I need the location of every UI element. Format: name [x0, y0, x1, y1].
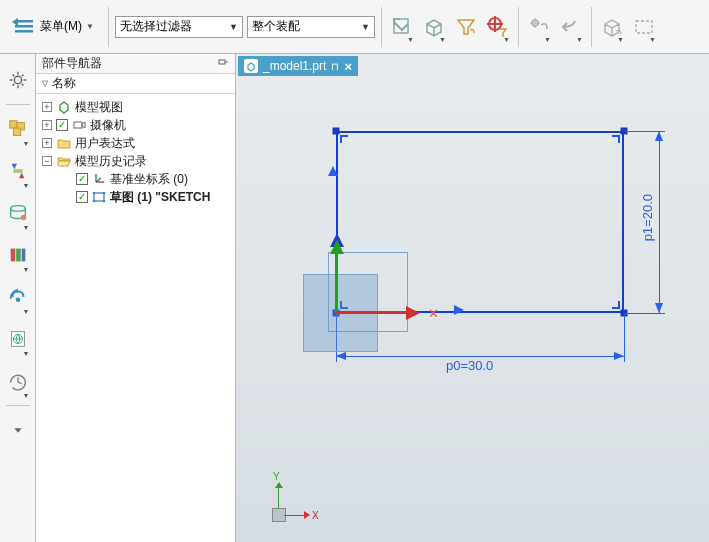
more-button[interactable] — [3, 410, 33, 450]
column-name-label: 名称 — [52, 75, 76, 92]
expand-toggle[interactable]: + — [42, 138, 52, 148]
strip-divider — [6, 104, 30, 105]
wireframe-cube-button[interactable]: ▼ — [598, 7, 626, 47]
sketch-vertex[interactable] — [333, 128, 340, 135]
pin-icon[interactable] — [217, 56, 229, 71]
selection-rect-button[interactable]: ▼ — [630, 7, 658, 47]
caret-down-icon: ▼ — [23, 182, 30, 189]
caret-down-icon: ▼ — [649, 36, 656, 43]
close-icon[interactable]: × — [344, 59, 352, 74]
checkbox[interactable]: ✓ — [56, 119, 68, 131]
caret-down-icon: ▼ — [503, 36, 510, 43]
file-tab[interactable]: _model1.prt ⊓ × — [238, 56, 358, 76]
tree-label: 用户表达式 — [75, 135, 135, 152]
tree-label: 摄像机 — [90, 117, 126, 134]
filter-funnel-button[interactable] — [452, 7, 480, 47]
filter-crosshair-button[interactable]: ▼ — [484, 7, 512, 47]
dimension-arrow-icon — [614, 352, 624, 360]
hd3d-button[interactable]: ▼ — [3, 277, 33, 317]
undo-button[interactable]: ▼ — [557, 7, 585, 47]
dimension-arrow-icon — [655, 131, 663, 141]
tree-row-sketch[interactable]: ✓ 草图 (1) "SKETCH — [36, 188, 235, 206]
dimension-text-p0[interactable]: p0=30.0 — [446, 358, 493, 373]
caret-down-icon: ▼ — [86, 22, 94, 31]
dimension-arrow-icon — [655, 303, 663, 313]
triad-x-label: X — [312, 510, 319, 521]
filter-dropdown[interactable]: 无选择过滤器 ▼ — [115, 16, 243, 38]
tree-label: 基准坐标系 (0) — [110, 171, 188, 188]
toolbar-divider — [381, 7, 382, 47]
triad-y-arrow — [275, 482, 283, 488]
datum-csys-icon — [91, 171, 107, 187]
menu-label: 菜单(M) — [40, 18, 82, 35]
expand-toggle[interactable]: + — [42, 102, 52, 112]
menu-icon — [12, 18, 36, 36]
constraint-navigator-button[interactable]: ▼ — [3, 151, 33, 191]
caret-down-icon: ▼ — [617, 36, 624, 43]
svg-rect-2 — [15, 30, 33, 33]
expand-toggle[interactable]: + — [42, 120, 52, 130]
svg-marker-17 — [18, 173, 23, 179]
svg-rect-30 — [74, 122, 82, 128]
graphics-canvas[interactable]: p0=30.0 p1=20.0 — [236, 76, 709, 542]
collapse-toggle[interactable]: − — [42, 156, 52, 166]
reuse-library-button[interactable]: ▼ — [3, 235, 33, 275]
history-button[interactable]: ▼ — [3, 361, 33, 401]
dimension-extension — [625, 313, 665, 314]
part-navigator-button[interactable]: ▼ — [3, 193, 33, 233]
web-browser-button[interactable]: ▼ — [3, 319, 33, 359]
svg-point-38 — [93, 200, 96, 203]
view-triad[interactable]: X Y — [266, 476, 316, 526]
tree-row-cameras[interactable]: + ✓ 摄像机 — [36, 116, 235, 134]
navigator-column-header[interactable]: ▽ 名称 — [36, 74, 235, 94]
tree-label: 草图 (1) "SKETCH — [110, 189, 210, 206]
menu-button[interactable]: 菜单(M) ▼ — [4, 7, 102, 47]
svg-point-37 — [103, 192, 106, 195]
svg-rect-35 — [94, 193, 104, 201]
filter-value: 无选择过滤器 — [120, 18, 192, 35]
part-navigator-panel: 部件导航器 ▽ 名称 + 模型视图 + ✓ 摄像机 + — [36, 54, 236, 542]
triad-x-arrow — [304, 511, 310, 519]
caret-down-icon: ▼ — [576, 36, 583, 43]
snap-point-button[interactable]: ▼ — [525, 7, 553, 47]
dimension-text-p1[interactable]: p1=20.0 — [640, 194, 655, 241]
caret-down-icon: ▼ — [23, 266, 30, 273]
tree-row-user-expressions[interactable]: + 用户表达式 — [36, 134, 235, 152]
checkbox[interactable]: ✓ — [76, 173, 88, 185]
scope-dropdown[interactable]: 整个装配 ▼ — [247, 16, 375, 38]
tree-row-datum-csys[interactable]: ✓ 基准坐标系 (0) — [36, 170, 235, 188]
pin-icon[interactable]: ⊓ — [331, 61, 339, 72]
svg-point-24 — [15, 297, 20, 302]
svg-rect-11 — [636, 21, 652, 33]
caret-down-icon: ▼ — [544, 36, 551, 43]
svg-rect-15 — [13, 128, 20, 135]
caret-down-icon: ▼ — [361, 22, 370, 32]
perpendicular-constraint-icon — [610, 299, 620, 309]
strip-divider — [6, 405, 30, 406]
dimension-line[interactable] — [336, 356, 624, 357]
tree-row-model-views[interactable]: + 模型视图 — [36, 98, 235, 116]
caret-down-icon: ▼ — [23, 392, 30, 399]
toolbar-divider — [591, 7, 592, 47]
svg-point-19 — [10, 206, 25, 212]
selection-box-button[interactable]: ▼ — [388, 7, 416, 47]
svg-marker-3 — [12, 18, 18, 26]
svg-rect-28 — [219, 60, 225, 64]
svg-marker-27 — [14, 428, 21, 433]
caret-down-icon: ▼ — [407, 36, 414, 43]
svg-rect-22 — [16, 249, 21, 262]
dimension-arrow-icon — [336, 352, 346, 360]
selection-block-button[interactable]: ▼ — [420, 7, 448, 47]
dimension-extension — [624, 314, 625, 362]
settings-gear-button[interactable] — [3, 60, 33, 100]
svg-rect-21 — [10, 249, 15, 262]
direction-arrow-icon — [454, 305, 464, 315]
tree-row-model-history[interactable]: − 模型历史记录 — [36, 152, 235, 170]
checkbox[interactable]: ✓ — [76, 191, 88, 203]
assembly-navigator-button[interactable]: ▼ — [3, 109, 33, 149]
toolbar-divider — [108, 7, 109, 47]
tree-label: 模型历史记录 — [75, 153, 147, 170]
part-file-icon — [244, 59, 258, 73]
dimension-line[interactable] — [659, 131, 660, 313]
sketch-rectangle[interactable] — [336, 131, 624, 313]
